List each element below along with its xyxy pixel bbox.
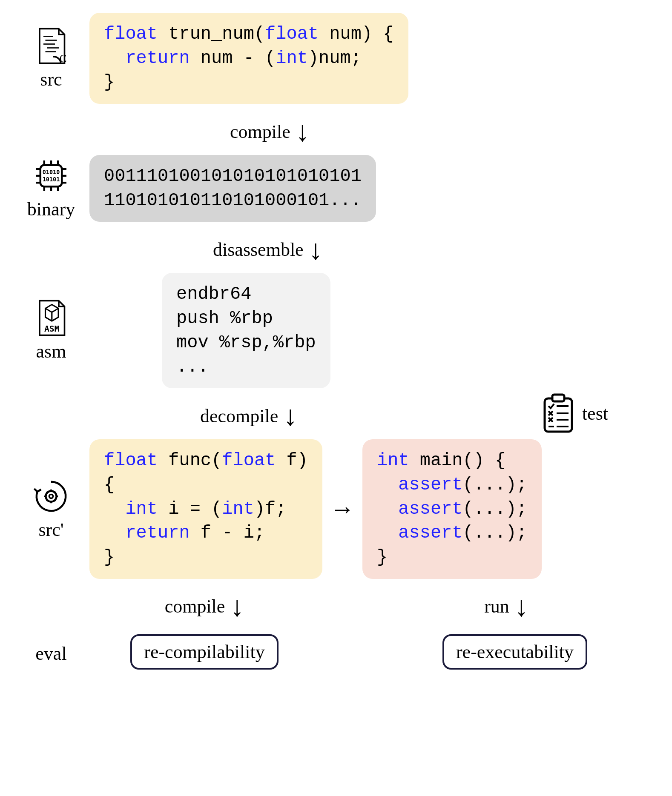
arrow-decompile: decompile ↓ — [200, 392, 297, 439]
right-arrow-icon: → — [330, 495, 355, 523]
down-arrow-icon: ↓ — [230, 598, 244, 615]
label-src: src — [40, 69, 62, 90]
label-srcprime: src' — [38, 519, 63, 541]
svg-line-36 — [55, 500, 56, 501]
label-eval: eval — [35, 643, 66, 664]
chip-icon: 01010 10101 — [32, 157, 70, 195]
arrow-run: run ↓ — [353, 583, 659, 630]
srcprime-code-box: float func(float f) { int i = (int)f; re… — [89, 439, 322, 578]
label-test: test — [582, 403, 608, 424]
source-file-icon: C — [32, 27, 70, 65]
svg-line-37 — [46, 500, 48, 501]
row-src: C src float trun_num(float num) { return… — [13, 13, 659, 104]
row-eval: eval re-compilability re-executability — [13, 634, 659, 670]
asm-box: endbr64 push %rbp mov %rsp,%rbp ... — [162, 273, 330, 388]
row-srcprime-test: src' float func(float f) { int i = (int)… — [13, 439, 659, 578]
test-code-box: int main() { assert(...); assert(...); a… — [362, 439, 542, 578]
row-bottom-arrows: compile ↓ run ↓ — [13, 583, 659, 630]
arrow-compile2: compile ↓ — [89, 583, 319, 630]
svg-point-30 — [49, 495, 53, 498]
row-binary: 01010 10101 binary 001110100101010101010… — [13, 155, 659, 222]
svg-rect-23 — [552, 395, 564, 401]
arrow-compile: compile ↓ — [153, 108, 659, 155]
asm-file-icon: ASM — [32, 299, 70, 337]
down-arrow-icon: ↓ — [514, 598, 528, 615]
decompilation-pipeline-diagram: C src float trun_num(float num) { return… — [13, 13, 659, 670]
label-binary: binary — [27, 198, 75, 220]
clipboard-test-icon — [541, 393, 575, 434]
svg-line-38 — [55, 492, 56, 493]
eval-reexecutability: re-executability — [442, 634, 587, 670]
label-asm: asm — [36, 341, 66, 362]
down-arrow-icon: ↓ — [309, 241, 323, 258]
row-asm: ASM asm endbr64 push %rbp mov %rsp,%rbp … — [13, 273, 659, 388]
row-decompile-test: decompile ↓ test — [13, 392, 659, 439]
eval-recompilability: re-compilability — [130, 634, 278, 670]
arrow-disassemble: disassemble ↓ — [136, 226, 659, 273]
svg-line-35 — [46, 492, 48, 493]
down-arrow-icon: ↓ — [296, 123, 310, 140]
reprocess-icon — [32, 477, 70, 515]
svg-text:10101: 10101 — [43, 176, 60, 183]
svg-text:01010: 01010 — [43, 169, 60, 176]
down-arrow-icon: ↓ — [283, 407, 297, 424]
binary-box: 001110100101010101010101 110101010110101… — [89, 155, 376, 222]
svg-text:ASM: ASM — [44, 324, 60, 334]
src-code-box: float trun_num(float num) { return num -… — [89, 13, 408, 104]
